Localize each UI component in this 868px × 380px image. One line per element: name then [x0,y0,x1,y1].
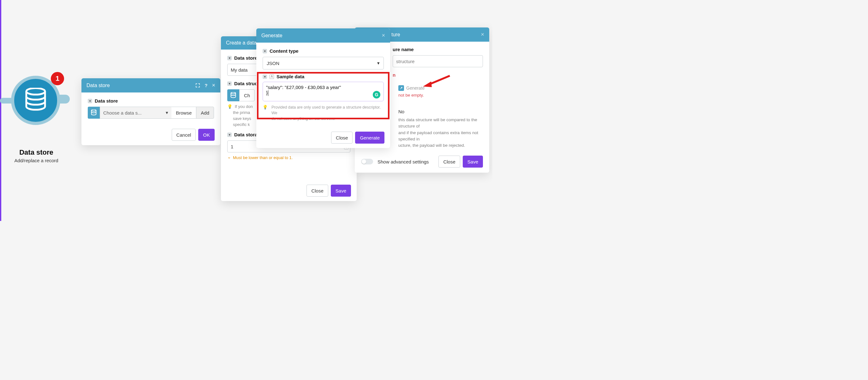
panel-datastore-config: Data store ? × ▾ Data store Choose a dat… [82,78,220,145]
expand-icon[interactable] [195,83,200,88]
node-subtitle: Add/replace a record [5,158,68,163]
node-order-badge: 1 [51,72,64,85]
node-title: Data store [5,148,68,157]
collapse-toggle[interactable]: ▾ [262,74,267,79]
ok-button[interactable]: OK [198,129,215,141]
generate-button[interactable]: Generate [355,132,384,144]
lightbulb-icon: 💡 [227,104,232,109]
grammarly-icon[interactable]: G [373,91,380,98]
add-button[interactable]: Add [196,107,214,119]
database-icon [25,88,47,113]
panel-title: Generate [261,33,282,38]
database-icon [227,89,239,101]
save-button[interactable]: Save [331,185,351,197]
save-button[interactable]: Save [463,156,483,167]
collapse-toggle[interactable]: ▾ [88,99,92,103]
sample-data-hint: 💡 Provided data are only used to generat… [262,104,384,122]
help-icon[interactable]: ? [205,83,207,88]
scenario-node-datastore[interactable]: 1 Data store Add/replace a record [11,76,60,125]
field-label-datastore: ▾ Data store [88,98,214,103]
svg-point-0 [26,88,45,95]
sample-data-textarea[interactable]: "salary": "£27,009 - £30,063 a year" } G [262,82,384,101]
browse-button[interactable]: Browse [172,107,196,119]
storage-warning: Must be lower than or equal to 1. [227,155,350,160]
close-button[interactable]: Close [307,185,328,197]
structure-name-input[interactable] [393,55,483,67]
text-mode-badge: A [270,74,274,79]
close-icon[interactable]: × [212,82,215,89]
collapse-toggle[interactable]: ▾ [227,82,232,86]
close-button[interactable]: Close [438,156,460,167]
panel-title: Data store [87,83,110,88]
panel-header: Data store ? × [82,78,220,93]
svg-point-1 [92,109,96,111]
panel-title: Create a data [226,40,257,46]
collapse-toggle[interactable]: ▾ [227,56,232,60]
svg-marker-4 [423,82,432,87]
annotation-arrow [423,73,452,88]
panel-header: Generate × [256,28,390,42]
caret-down-icon: ▾ [166,110,168,116]
svg-line-3 [429,76,450,85]
advanced-settings-toggle[interactable] [361,159,373,164]
choose-structure-button[interactable]: Ch [239,89,255,101]
close-button[interactable]: Close [331,132,352,144]
svg-point-2 [231,92,236,94]
database-icon [88,107,100,119]
field-label-content-type: ▾ Content type [262,48,384,54]
field-label-sample-data: ▾ A Sample data [262,74,384,79]
wrench-icon [398,85,404,91]
panel-generate: Generate × ▾ Content type JSON ▾ ▾ A Sam… [256,28,390,148]
close-icon[interactable]: × [382,32,385,39]
collapse-toggle[interactable]: ▾ [227,132,232,137]
content-type-select[interactable]: JSON ▾ [262,57,384,69]
advanced-settings-label: Show advanced settings [377,159,429,164]
lightbulb-icon: 💡 [262,104,268,122]
canvas-left-edge [0,0,1,221]
datastore-dropdown[interactable]: Choose a data s... ▾ [100,107,172,119]
collapse-toggle[interactable]: ▾ [262,49,267,53]
close-icon[interactable]: × [481,31,484,38]
caret-down-icon: ▾ [377,60,380,66]
cancel-button[interactable]: Cancel [172,129,196,141]
datastore-selector: Choose a data s... ▾ Browse Add [88,107,214,119]
